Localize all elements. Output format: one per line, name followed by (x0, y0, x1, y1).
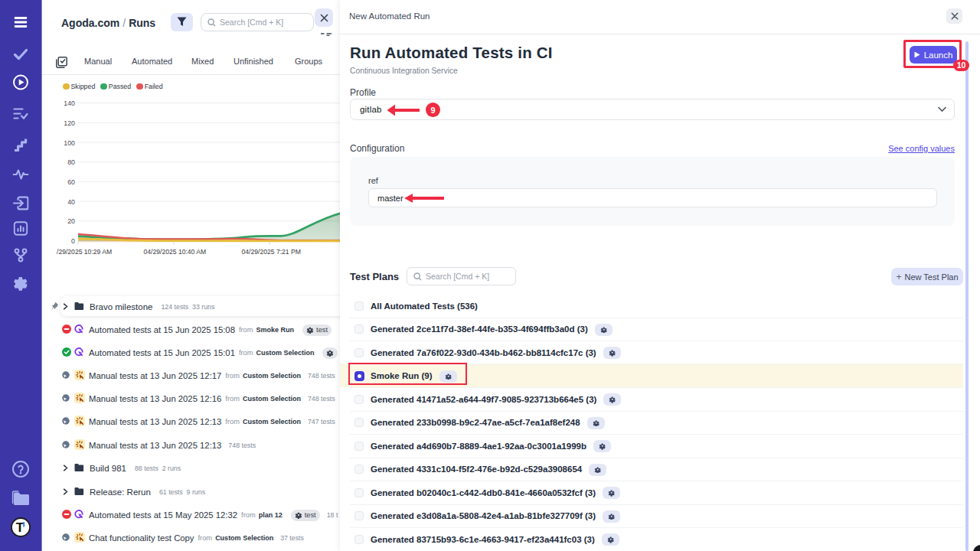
svg-text:60: 60 (67, 178, 75, 186)
svg-text:140: 140 (64, 99, 75, 107)
svg-text:80: 80 (67, 158, 75, 166)
svg-text:120: 120 (64, 119, 75, 127)
svg-text:20: 20 (67, 217, 75, 225)
svg-text:0: 0 (71, 237, 75, 245)
svg-text:04/29/2025 10:40 AM: 04/29/2025 10:40 AM (144, 248, 207, 256)
svg-text:/29/2025 10:29 AM: /29/2025 10:29 AM (57, 248, 112, 256)
svg-text:40: 40 (67, 198, 75, 206)
svg-text:100: 100 (64, 139, 75, 147)
svg-text:04/29/2025 7:21 PM: 04/29/2025 7:21 PM (242, 248, 301, 256)
svg-text:T: T (16, 520, 24, 535)
